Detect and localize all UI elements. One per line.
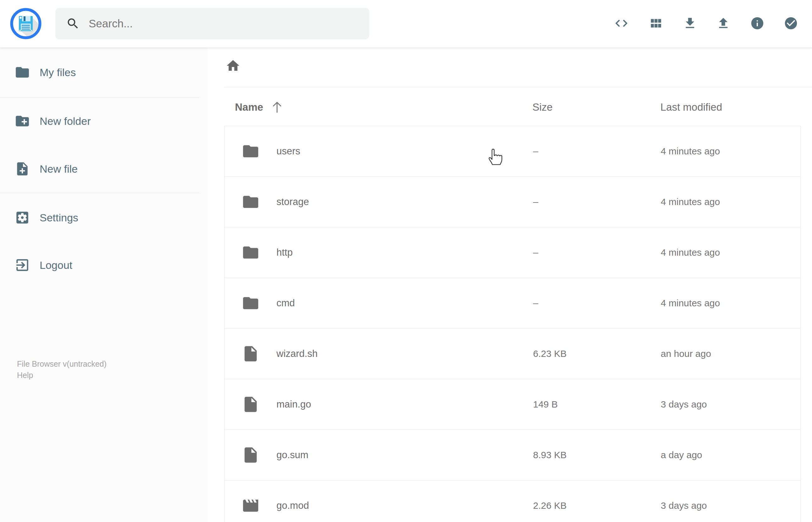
sidebar-footer: File Browser v(untracked) Help <box>17 358 107 381</box>
new-file-icon <box>15 161 30 177</box>
folder-icon <box>15 64 30 80</box>
table-row-cmd[interactable]: cmd – 4 minutes ago <box>224 278 801 328</box>
file-modified: 3 days ago <box>661 399 707 410</box>
search-icon <box>66 17 80 31</box>
file-size: 6.23 KB <box>533 348 567 359</box>
new-folder-icon <box>15 113 30 129</box>
sort-ascending-icon <box>271 100 283 114</box>
file-name: storage <box>277 196 309 207</box>
folder-icon <box>242 142 260 160</box>
app-logo-floppy-icon[interactable] <box>10 8 41 39</box>
table-row-http[interactable]: http – 4 minutes ago <box>224 227 801 278</box>
file-modified: 4 minutes ago <box>661 247 720 258</box>
sidebar-item-label: New folder <box>40 115 91 127</box>
info-icon[interactable] <box>750 16 765 31</box>
grid-view-icon[interactable] <box>648 16 663 31</box>
file-modified: 3 days ago <box>661 500 707 511</box>
file-name: main.go <box>277 399 311 410</box>
help-link[interactable]: Help <box>17 369 107 381</box>
file-icon <box>242 446 260 464</box>
file-name: go.sum <box>277 449 308 461</box>
sidebar: My files New folder New file Settings Lo… <box>0 47 207 522</box>
breadcrumb-divider <box>224 87 812 87</box>
sidebar-item-new-file[interactable]: New file <box>0 153 199 185</box>
file-modified: an hour ago <box>661 348 711 359</box>
home-icon[interactable] <box>225 58 241 73</box>
sidebar-item-logout[interactable]: Logout <box>0 249 199 281</box>
folder-icon <box>242 243 260 262</box>
column-header-last-modified[interactable]: Last modified <box>661 98 722 117</box>
sidebar-divider <box>0 193 199 193</box>
sidebar-divider <box>0 98 199 98</box>
settings-icon <box>15 210 30 225</box>
column-header-size[interactable]: Size <box>532 98 552 117</box>
search-input[interactable] <box>88 8 359 39</box>
file-size: – <box>533 247 539 258</box>
sidebar-item-label: Logout <box>40 259 72 272</box>
file-listing: Name Size Last modified users – 4 minute… <box>207 47 812 522</box>
table-row-storage[interactable]: storage – 4 minutes ago <box>224 176 801 227</box>
file-name: http <box>277 247 293 258</box>
file-modified: 4 minutes ago <box>661 298 720 308</box>
file-modified: a day ago <box>661 450 702 460</box>
column-header-name[interactable]: Name <box>235 98 283 117</box>
download-icon[interactable] <box>683 16 697 31</box>
file-size: 2.26 KB <box>533 500 567 511</box>
table-row-users[interactable]: users – 4 minutes ago <box>224 126 801 177</box>
sidebar-item-label: My files <box>40 66 76 79</box>
file-list: users – 4 minutes ago storage – 4 minute… <box>224 126 801 522</box>
table-row-go-mod[interactable]: go.mod 2.26 KB 3 days ago <box>224 480 801 522</box>
table-row-go-sum[interactable]: go.sum 8.93 KB a day ago <box>224 429 801 481</box>
file-size: – <box>533 197 539 207</box>
listing-header: Name Size Last modified <box>207 98 812 117</box>
file-size: 8.93 KB <box>533 450 567 460</box>
file-name: go.mod <box>277 500 309 511</box>
search-bar[interactable] <box>55 8 369 39</box>
logout-icon <box>15 257 30 273</box>
sidebar-item-settings[interactable]: Settings <box>0 202 199 233</box>
sidebar-item-label: New file <box>40 163 78 175</box>
sidebar-item-new-folder[interactable]: New folder <box>0 105 199 137</box>
file-modified: 4 minutes ago <box>661 146 720 157</box>
file-name: users <box>277 146 300 157</box>
movie-icon <box>242 497 260 515</box>
file-size: 149 B <box>533 399 557 410</box>
upload-icon[interactable] <box>716 16 731 31</box>
code-view-icon[interactable] <box>614 16 629 31</box>
top-bar <box>0 0 812 47</box>
table-row-main-go[interactable]: main.go 149 B 3 days ago <box>224 379 801 430</box>
file-size: – <box>533 146 539 157</box>
table-row-wizard-sh[interactable]: wizard.sh 6.23 KB an hour ago <box>224 328 801 379</box>
folder-icon <box>242 193 260 211</box>
file-icon <box>242 395 260 414</box>
file-name: wizard.sh <box>277 348 318 359</box>
file-icon <box>242 345 260 363</box>
folder-icon <box>242 294 260 312</box>
select-multiple-icon[interactable] <box>784 16 798 31</box>
sidebar-item-label: Settings <box>40 212 78 224</box>
file-size: – <box>533 298 539 308</box>
sidebar-item-my-files[interactable]: My files <box>0 57 199 88</box>
app-version-text: File Browser v(untracked) <box>17 358 107 369</box>
file-name: cmd <box>277 298 295 309</box>
file-modified: 4 minutes ago <box>661 197 720 207</box>
